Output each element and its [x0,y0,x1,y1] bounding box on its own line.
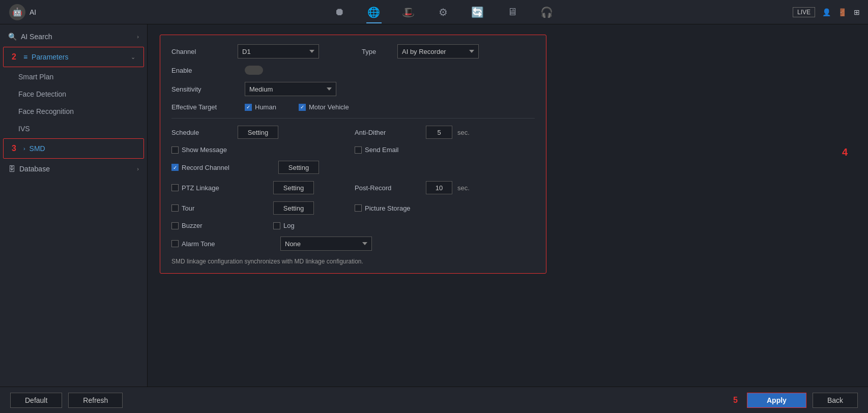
channel-type-row: Channel D1 Type AI by Recorder [171,44,535,58]
buzzer-group[interactable]: Buzzer [171,222,273,229]
schedule-col: Schedule Setting [171,126,355,139]
send-email-group[interactable]: Send Email [355,146,398,154]
headset-nav-icon[interactable]: 🎧 [540,5,554,19]
face-recognition-label: Face Recognition [18,107,74,115]
send-email-checkbox[interactable] [355,146,362,154]
annotation-3: 3 [12,144,16,153]
log-group[interactable]: Log [273,222,295,229]
annotation-4: 4 [842,146,848,158]
parameters-box: 2 ≡ Parameters ⌄ [3,47,144,67]
enable-toggle[interactable] [245,66,263,75]
anti-dither-input[interactable] [426,126,452,139]
show-message-checkbox[interactable] [171,146,179,154]
type-label: Type [362,48,392,55]
schedule-setting-btn[interactable]: Setting [238,126,278,139]
effective-target-label: Effective Target [171,103,238,111]
sidebar-item-face-recognition[interactable]: Face Recognition [0,103,147,120]
search-icon: 🔍 [8,33,17,41]
refresh-nav-icon[interactable]: 🔄 [471,5,485,19]
tour-checkbox[interactable] [171,204,179,212]
record-channel-label: Record Channel [182,164,229,171]
sidebar-item-face-detection[interactable]: Face Detection [0,85,147,103]
send-email-col: Send Email [355,146,398,154]
sidebar-item-smart-plan[interactable]: Smart Plan [0,68,147,85]
channel-select[interactable]: D1 [238,44,319,58]
exit-icon[interactable]: 🚪 [838,8,847,16]
show-message-label: Show Message [182,146,227,154]
chevron-down-icon: ⌄ [131,54,135,61]
apply-button[interactable]: Apply [747,393,806,408]
picture-storage-label: Picture Storage [365,204,411,212]
motor-vehicle-label: Motor Vehicle [309,103,349,111]
sidebar-item-database[interactable]: 🗄 Database › [0,160,147,178]
record-channel-checkbox[interactable]: ✓ [171,164,179,171]
enable-label: Enable [171,67,238,74]
network-nav-icon[interactable]: 🌐 [367,5,381,19]
user-icon[interactable]: 👤 [822,8,831,16]
log-label: Log [283,222,295,229]
picture-storage-checkbox[interactable] [355,204,362,212]
sensitivity-select[interactable]: Medium Low High [245,82,336,96]
sidebar-item-ai-search[interactable]: 🔍 AI Search › [0,27,147,46]
top-nav-right: LIVE 👤 🚪 ⊞ [785,7,868,17]
ivs-label: IVS [18,125,30,133]
top-nav: 🤖 AI ⏺ 🌐 🎩 ⚙ 🔄 🖥 🎧 LIVE 👤 🚪 ⊞ [0,0,868,24]
record-channel-row: ✓ Record Channel Setting [171,161,535,174]
motor-vehicle-checkbox[interactable]: ✓ [299,104,306,111]
send-email-label: Send Email [365,146,398,154]
tour-checkbox-group[interactable]: Tour [171,204,273,212]
show-message-col: Show Message [171,146,355,154]
channel-label: Channel [171,48,238,55]
sidebar: 🔍 AI Search › 2 ≡ Parameters ⌄ Smart Pla… [0,24,148,387]
ptz-row: PTZ Linkage Setting Post-Record sec. [171,181,535,194]
anti-dither-label: Anti-Dither [355,129,421,136]
alarm-tone-group[interactable]: Alarm Tone [171,240,273,248]
sidebar-item-parameters[interactable]: 2 ≡ Parameters ⌄ [4,47,143,67]
annotation-5: 5 [733,396,738,405]
grid-icon[interactable]: ⊞ [854,8,860,16]
dial-nav-icon[interactable]: ⚙ [436,5,450,19]
back-button[interactable]: Back [813,393,858,408]
picture-storage-group[interactable]: Picture Storage [355,204,411,212]
tour-setting-btn[interactable]: Setting [273,201,314,215]
nav-icons-group: ⏺ 🌐 🎩 ⚙ 🔄 🖥 🎧 [102,5,785,19]
monitor-nav-icon[interactable]: 🖥 [505,5,519,19]
buzzer-log-row: Buzzer Log [171,222,535,229]
record-channel-setting-btn[interactable]: Setting [278,161,319,174]
ptz-setting-btn[interactable]: Setting [273,181,314,194]
ptz-checkbox-group[interactable]: PTZ Linkage [171,184,273,192]
sidebar-item-ivs[interactable]: IVS [0,120,147,137]
alarm-tone-select[interactable]: None [280,237,372,251]
type-col: Type AI by Recorder [362,44,479,58]
smd-info-text: SMD linkage configuration synchronizes w… [171,258,535,265]
picture-storage-col: Picture Storage [355,204,411,212]
post-record-input[interactable] [426,181,452,194]
video-nav-icon[interactable]: ⏺ [332,5,346,19]
sidebar-item-smd[interactable]: 3 › SMD [4,139,143,158]
buzzer-checkbox[interactable] [171,222,179,229]
post-record-sec: sec. [457,184,470,192]
motor-vehicle-checkbox-group[interactable]: ✓ Motor Vehicle [299,103,349,111]
log-checkbox[interactable] [273,222,280,229]
smd-box: 3 › SMD [3,138,144,159]
alarm-tone-row: Alarm Tone None [171,237,535,251]
refresh-button[interactable]: Refresh [68,393,123,408]
chevron-right-icon: › [137,34,139,40]
type-select[interactable]: AI by Recorder [397,44,479,58]
show-message-group[interactable]: Show Message [171,146,238,154]
anti-dither-sec: sec. [457,129,470,136]
chevron-right-icon-smd: › [23,145,25,152]
hat-nav-icon[interactable]: 🎩 [401,5,416,19]
chevron-right-icon-db: › [137,166,139,172]
parameters-label: Parameters [32,53,127,61]
sensitivity-row: Sensitivity Medium Low High [171,82,535,96]
record-channel-group[interactable]: ✓ Record Channel [171,164,273,171]
human-checkbox-group[interactable]: ✓ Human [245,103,276,111]
human-checkbox[interactable]: ✓ [245,104,252,111]
alarm-tone-checkbox[interactable] [171,240,179,247]
main-layout: 🔍 AI Search › 2 ≡ Parameters ⌄ Smart Pla… [0,24,868,387]
ptz-checkbox[interactable] [171,184,179,191]
default-button[interactable]: Default [10,393,62,408]
show-message-row: Show Message Send Email [171,146,535,154]
ai-search-label: AI Search [21,33,133,41]
